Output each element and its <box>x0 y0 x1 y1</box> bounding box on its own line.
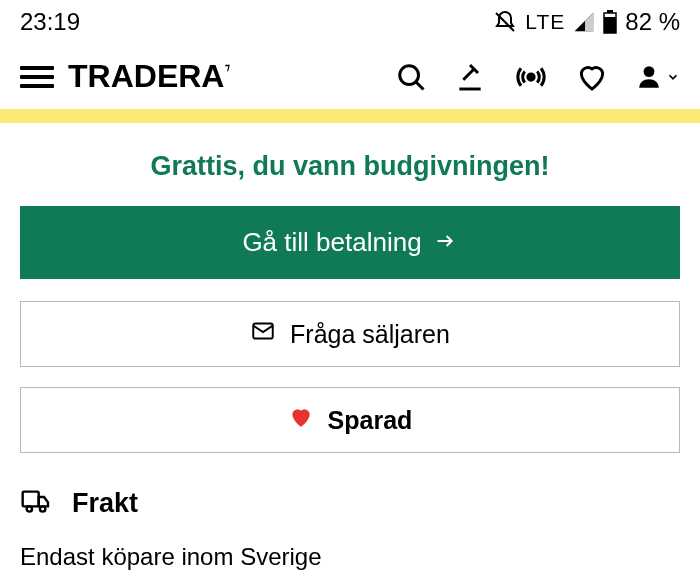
battery-percent: 82 % <box>625 8 680 36</box>
main-content: Gå till betalning Fråga säljaren Sparad <box>0 206 700 571</box>
heart-icon[interactable] <box>576 61 608 93</box>
account-icon[interactable] <box>636 62 680 92</box>
trademark-icon: ⁊ <box>225 61 230 72</box>
svg-point-4 <box>400 65 419 84</box>
mute-icon <box>493 10 517 34</box>
ask-seller-button[interactable]: Fråga säljaren <box>20 301 680 367</box>
menu-button[interactable] <box>20 66 54 88</box>
ask-seller-label: Fråga säljaren <box>290 320 450 349</box>
status-right: LTE 82 % <box>493 8 680 36</box>
svg-line-5 <box>416 82 424 90</box>
header-icons <box>396 61 680 93</box>
svg-rect-3 <box>604 17 616 33</box>
yellow-divider <box>0 109 700 123</box>
mail-icon <box>250 318 276 350</box>
broadcast-icon[interactable] <box>514 62 548 92</box>
svg-point-15 <box>27 506 32 511</box>
svg-point-10 <box>528 73 534 79</box>
truck-icon <box>20 485 52 521</box>
signal-icon <box>573 11 595 33</box>
svg-line-9 <box>461 67 468 74</box>
status-time: 23:19 <box>20 8 80 36</box>
shipping-section: Frakt <box>20 473 680 529</box>
saved-button[interactable]: Sparad <box>20 387 680 453</box>
shipping-title: Frakt <box>72 488 138 519</box>
logo[interactable]: TRADERA⁊ <box>68 58 230 95</box>
network-type: LTE <box>525 10 565 34</box>
svg-point-11 <box>644 66 655 77</box>
status-bar: 23:19 LTE 82 % <box>0 0 700 40</box>
svg-point-16 <box>40 506 45 511</box>
gavel-icon[interactable] <box>454 61 486 93</box>
chevron-down-icon <box>666 70 680 84</box>
svg-line-7 <box>463 69 474 80</box>
saved-label: Sparad <box>328 406 413 435</box>
congrats-message: Grattis, du vann budgivningen! <box>0 123 700 206</box>
shipping-subtitle: Endast köpare inom Sverige <box>20 529 680 571</box>
app-header: TRADERA⁊ <box>0 40 700 109</box>
brand-name: TRADERA <box>68 58 224 95</box>
svg-rect-14 <box>23 492 39 507</box>
search-icon[interactable] <box>396 62 426 92</box>
arrow-right-icon <box>432 227 458 258</box>
heart-filled-icon <box>288 404 314 436</box>
pay-button[interactable]: Gå till betalning <box>20 206 680 279</box>
pay-button-label: Gå till betalning <box>242 227 421 258</box>
battery-icon <box>603 10 617 34</box>
